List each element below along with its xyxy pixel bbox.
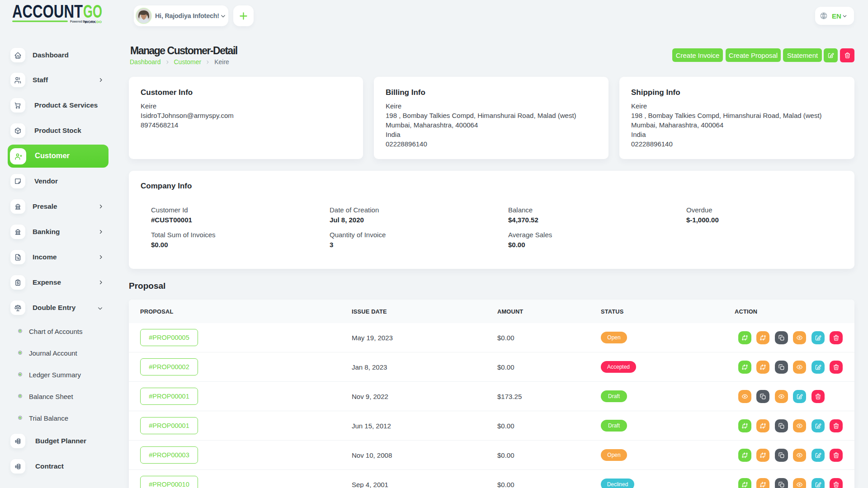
svg-text:GO: GO	[83, 4, 102, 21]
svg-text:WORK: WORK	[85, 20, 96, 24]
svg-text:ACCOUNT: ACCOUNT	[12, 4, 83, 21]
svg-text:DO: DO	[96, 20, 102, 24]
